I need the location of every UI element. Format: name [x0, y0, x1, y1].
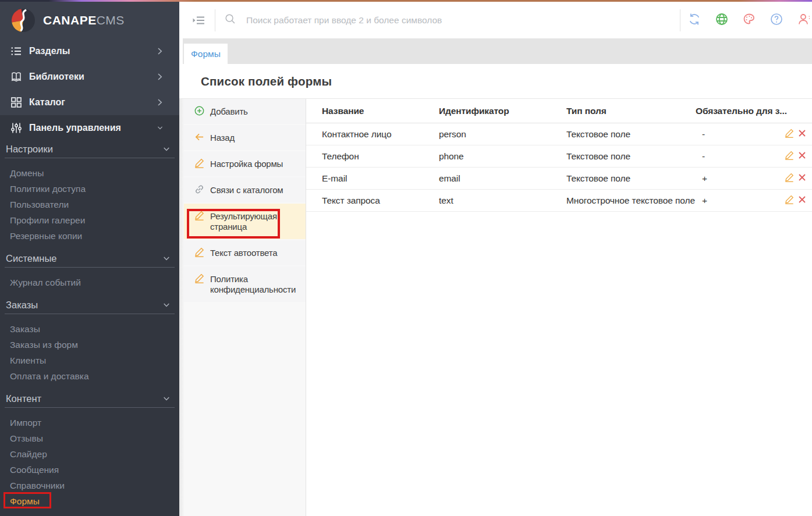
- sidebar-section-list: ИмпортОтзывыСлайдерСообщенияСправочникиФ…: [0, 408, 179, 515]
- sidebar-subitem[interactable]: Заказы: [0, 321, 179, 337]
- cell-type: Многострочное текстовое поле: [566, 190, 696, 212]
- submenu-item-form-settings[interactable]: Настройка формы: [184, 151, 306, 176]
- title-bar: Список полей формы: [179, 64, 812, 99]
- help-icon-button[interactable]: [763, 13, 790, 28]
- collapse-sidebar-icon[interactable]: [192, 16, 205, 25]
- edit-row-button[interactable]: [785, 173, 794, 182]
- sync-icon-button[interactable]: [680, 13, 708, 28]
- sidebar-subitem[interactable]: Заказы из форм: [0, 337, 179, 353]
- sidebar-subitem[interactable]: Формы: [0, 493, 179, 509]
- submenu-item-label: Результирующая страница: [210, 211, 300, 232]
- delete-row-button[interactable]: [798, 195, 806, 204]
- tab-bar: Формы: [183, 38, 812, 64]
- chevron-down-icon: [163, 393, 170, 404]
- submenu-item-label: Связи с каталогом: [210, 184, 283, 195]
- cell-required: +: [696, 168, 784, 190]
- submenu-item-autoreply-text[interactable]: Текст автоответа: [184, 240, 306, 265]
- delete-row-button[interactable]: [798, 129, 806, 137]
- sidebar-section-header[interactable]: Контент: [0, 390, 179, 407]
- search-input[interactable]: [245, 15, 527, 26]
- logo[interactable]: CANAPECMS: [0, 2, 179, 38]
- annotation-box: [3, 492, 51, 508]
- back-arrow-icon: [194, 132, 205, 142]
- user-icon: [797, 13, 810, 28]
- submenu-item-label: Добавить: [210, 106, 248, 117]
- cell-name: Текст запроса: [306, 190, 439, 212]
- cell-name: Контактное лицо: [306, 123, 439, 145]
- chevron-right-icon: [157, 71, 170, 83]
- cell-identifier: email: [439, 168, 566, 190]
- fields-table: НазваниеИдентификаторТип поляОбязательно…: [306, 99, 812, 212]
- sidebar-subitem[interactable]: Оплата и доставка: [0, 368, 179, 384]
- sidebar-item-razdely[interactable]: Разделы: [0, 38, 179, 64]
- sidebar-subitem[interactable]: Справочники: [0, 478, 179, 493]
- cell-actions: [784, 190, 812, 212]
- palette-icon-button[interactable]: [735, 13, 763, 28]
- sidebar-subitem[interactable]: Пользователи: [0, 197, 179, 212]
- delete-row-button[interactable]: [798, 151, 806, 159]
- delete-row-button[interactable]: [798, 173, 806, 182]
- submenu-item-add[interactable]: Добавить: [184, 99, 306, 124]
- sidebar-section-list: Журнал событий: [0, 268, 179, 297]
- sidebar-subitem[interactable]: Резервные копии: [0, 228, 179, 244]
- sidebar-subitem[interactable]: Журнал событий: [0, 275, 179, 290]
- logo-icon: [11, 8, 36, 33]
- main-area: Формы Список полей формы ДобавитьНазадНа…: [179, 2, 812, 516]
- link-icon: [194, 184, 205, 194]
- column-header-actions: [784, 99, 812, 123]
- edit-row-button[interactable]: [785, 195, 794, 204]
- submenu-item-result-page[interactable]: Результирующая страница: [184, 204, 306, 239]
- sidebar-item-label: Панель управления: [29, 123, 151, 133]
- sidebar-subitem[interactable]: Клиенты: [0, 353, 179, 368]
- sidebar-item-katalog[interactable]: Каталог: [0, 90, 179, 115]
- sidebar-section-header[interactable]: Настроики: [0, 141, 179, 157]
- table-area: НазваниеИдентификаторТип поляОбязательно…: [306, 99, 812, 516]
- sidebar-section-title: Контент: [6, 393, 163, 404]
- sidebar-section-list: ЗаказыЗаказы из формКлиентыОплата и дост…: [0, 314, 179, 390]
- sidebar-subitem[interactable]: Домены: [0, 165, 179, 181]
- tab-label: Формы: [191, 49, 221, 59]
- grid-icon: [10, 97, 23, 108]
- cell-type: Текстовое поле: [566, 123, 696, 145]
- cell-type: Текстовое поле: [566, 168, 696, 190]
- sidebar-subitem[interactable]: Импорт: [0, 415, 179, 430]
- globe-icon-button[interactable]: [708, 13, 735, 28]
- edit-row-button[interactable]: [785, 129, 794, 138]
- sidebar-subitem[interactable]: Отзывы: [0, 430, 179, 446]
- sidebar-lower: Панель управленияНастроикиДоменыПолитики…: [0, 115, 179, 516]
- cell-identifier: person: [439, 123, 566, 145]
- cell-actions: [784, 145, 812, 168]
- sidebar-section-header[interactable]: Заказы: [0, 297, 179, 313]
- table-row: Текст запросаtextМногострочное текстовое…: [306, 190, 812, 212]
- topbar-right-icons: [680, 9, 812, 31]
- cell-required: -: [696, 145, 784, 168]
- chevron-down-icon: [163, 144, 170, 154]
- sidebar-section-header[interactable]: Системные: [0, 250, 179, 266]
- sidebar-section-title: Заказы: [6, 300, 163, 311]
- sidebar-section-list: ДоменыПолитики доступаПользователиПрофил…: [0, 158, 179, 250]
- submenu-item-label: Текст автоответа: [210, 247, 277, 258]
- sidebar-subitem[interactable]: Политики доступа: [0, 181, 179, 197]
- topbar: [179, 2, 812, 38]
- tab-formy[interactable]: Формы: [184, 44, 228, 64]
- sidebar-item-biblioteki[interactable]: Библиотеки: [0, 64, 179, 90]
- edit-row-button[interactable]: [785, 151, 794, 160]
- cell-name: Телефон: [306, 145, 439, 168]
- submenu-item-back[interactable]: Назад: [184, 125, 306, 150]
- topbar-divider: [215, 9, 215, 31]
- submenu-item-privacy-policy[interactable]: Политика конфиденциальности: [184, 266, 306, 302]
- sidebar-subitem[interactable]: Слайдер: [0, 446, 179, 462]
- sidebar-item-panel-upravleniya[interactable]: Панель управления: [0, 115, 179, 141]
- submenu-item-label: Назад: [210, 132, 235, 143]
- cell-name: E-mail: [306, 168, 439, 190]
- search-icon: [225, 13, 236, 27]
- content: ДобавитьНазадНастройка формыСвязи с ката…: [179, 99, 812, 516]
- user-icon-button[interactable]: [790, 13, 812, 28]
- cell-type: Текстовое поле: [566, 145, 696, 168]
- submenu-item-catalog-links[interactable]: Связи с каталогом: [184, 177, 306, 202]
- sidebar-subitem[interactable]: Профили галереи: [0, 212, 179, 228]
- column-header: Обязательно для з...: [696, 99, 784, 123]
- brand-name: CANAPECMS: [43, 13, 125, 27]
- table-row: Контактное лицоpersonТекстовое поле-: [306, 123, 812, 145]
- sidebar-subitem[interactable]: Сообщения: [0, 462, 179, 478]
